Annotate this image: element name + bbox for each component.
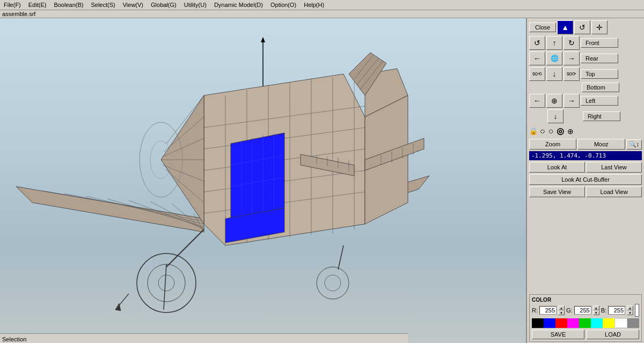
menu-bar: const menuData = JSON.parse(document.get…: [0, 0, 644, 10]
menu-item-edit[interactable]: Edit(E): [27, 1, 48, 9]
b-label: B:: [601, 307, 606, 314]
b-spinner[interactable]: ▲ ▼: [627, 305, 633, 315]
menu-item-utility[interactable]: Utility(U): [182, 1, 208, 9]
mooz-button[interactable]: Mooz: [577, 139, 625, 150]
nav-down-button[interactable]: ↓: [546, 67, 562, 81]
svg-point-52: [137, 253, 196, 312]
coords-text: -1.295, 1.474, -0.713: [531, 152, 606, 159]
circle3-icon: ◎: [557, 126, 564, 136]
save-view-button[interactable]: Save View: [529, 187, 585, 197]
coordinates-display: -1.295, 1.474, -0.713: [529, 151, 642, 160]
last-view-button[interactable]: Last View: [586, 162, 642, 173]
target-button[interactable]: ⊕: [546, 94, 562, 108]
palette-red[interactable]: [555, 318, 567, 328]
save-button[interactable]: SAVE: [532, 330, 584, 339]
color-palette[interactable]: [532, 318, 639, 328]
palette-cyan[interactable]: [591, 318, 603, 328]
b-spin-down[interactable]: ▼: [627, 310, 633, 315]
nav-row-2: ← 🌐 → Rear: [529, 51, 642, 65]
nav-up-button[interactable]: ↑: [546, 36, 562, 50]
r-label: R:: [532, 307, 538, 314]
right-panel: Close ▲ ↺ ✛ ↺ ↑ ↻ Front ← 🌐 → Rear 90⟲ ↓…: [526, 18, 644, 343]
nav-right2-button[interactable]: →: [564, 94, 580, 108]
menu-item-global[interactable]: Global(G): [149, 1, 178, 9]
color-preview: [635, 304, 639, 317]
circle1-icon: ○: [540, 126, 545, 136]
nav-left2-button[interactable]: ←: [529, 94, 545, 108]
nav-down2-button[interactable]: ↓: [547, 109, 564, 123]
menu-item-option[interactable]: Option(O): [269, 1, 298, 9]
menu-item-help[interactable]: Help(H): [302, 1, 326, 9]
filename-label: assemble.srf: [2, 11, 35, 17]
rotate-cw-button[interactable]: ↻: [564, 36, 580, 50]
zoom-icon-button[interactable]: 🔍↕: [626, 139, 642, 150]
look-at-cut-buffer-button[interactable]: Look At Cut-Buffer: [529, 174, 642, 185]
right-view-button[interactable]: Right: [583, 111, 620, 121]
r-spin-down[interactable]: ▼: [558, 310, 565, 315]
close-button[interactable]: Close: [529, 23, 556, 32]
menu-item-file[interactable]: File(F): [2, 1, 23, 9]
globe-button[interactable]: 🌐: [546, 51, 562, 65]
left-view-button[interactable]: Left: [581, 96, 618, 106]
nav-row-4: Bottom: [529, 83, 642, 92]
top-view-button[interactable]: Top: [581, 69, 618, 79]
save-load-view-row: Save View Load View: [529, 187, 642, 197]
airplane-model: [0, 18, 526, 343]
palette-gray[interactable]: [627, 318, 639, 328]
r-input[interactable]: [539, 306, 557, 315]
r-spin-up[interactable]: ▲: [558, 305, 565, 310]
svg-line-56: [164, 264, 166, 310]
palette-white[interactable]: [614, 318, 627, 328]
main-area: Selection Close ▲ ↺ ✛ ↺ ↑ ↻ Front ← 🌐 → …: [0, 18, 644, 343]
load-button[interactable]: LOAD: [587, 330, 639, 339]
r-spinner[interactable]: ▲ ▼: [558, 305, 565, 315]
crosshair-icon: ⊕: [567, 127, 574, 136]
look-at-button[interactable]: Look At: [529, 162, 585, 173]
b-input[interactable]: [608, 306, 625, 315]
svg-line-55: [166, 229, 204, 267]
color-rgb-row: R: ▲ ▼ G: ▲ ▼ B: ▲ ▼: [532, 304, 639, 317]
palette-green[interactable]: [579, 318, 591, 328]
palette-magenta[interactable]: [567, 318, 579, 328]
rot90-cw-button[interactable]: 90⟳: [564, 67, 580, 81]
rear-view-button[interactable]: Rear: [581, 54, 618, 63]
bottom-view-button[interactable]: Bottom: [582, 83, 619, 92]
nav-left-button[interactable]: ←: [529, 51, 545, 65]
status-text: Selection: [2, 336, 26, 342]
rot90-ccw-button[interactable]: 90⟲: [529, 67, 545, 81]
refresh-button[interactable]: ↺: [574, 20, 590, 34]
zoom-button[interactable]: Zoom: [529, 139, 576, 150]
load-view-button[interactable]: Load View: [586, 187, 642, 197]
color-section: COLOR R: ▲ ▼ G: ▲ ▼ B:: [529, 294, 642, 342]
nav-right-button[interactable]: →: [564, 51, 580, 65]
lock-icon: 🔒: [529, 127, 538, 135]
nav-row-6: ↓ Right: [529, 109, 642, 123]
menu-item-view[interactable]: View(V): [121, 1, 145, 9]
lock-icons-row: 🔒 ○ ○ ◎ ⊕: [529, 125, 642, 137]
save-load-row: SAVE LOAD: [532, 330, 639, 339]
g-label: G:: [566, 307, 573, 314]
palette-blue[interactable]: [544, 318, 555, 328]
svg-point-54: [158, 275, 174, 291]
svg-line-61: [338, 245, 343, 270]
menu-item-dynamic model[interactable]: Dynamic Model(D): [213, 1, 265, 9]
viewport[interactable]: Selection: [0, 18, 526, 343]
status-bar: Selection: [0, 333, 408, 343]
g-input[interactable]: [574, 306, 591, 315]
menu-item-boolean[interactable]: Boolean(B): [52, 1, 85, 9]
rotate-ccw-button[interactable]: ↺: [529, 36, 545, 50]
palette-yellow[interactable]: [603, 318, 614, 328]
look-row: Look At Last View: [529, 162, 642, 173]
view-up-button[interactable]: ▲: [557, 20, 573, 34]
b-spin-up[interactable]: ▲: [627, 305, 633, 310]
g-spin-up[interactable]: ▲: [593, 305, 599, 310]
svg-point-59: [317, 267, 349, 299]
move-button[interactable]: ✛: [591, 20, 608, 34]
menu-item-select[interactable]: Select(S): [89, 1, 116, 9]
nav-row-1: ↺ ↑ ↻ Front: [529, 36, 642, 50]
g-spinner[interactable]: ▲ ▼: [593, 305, 599, 315]
palette-black[interactable]: [532, 318, 544, 328]
front-view-button[interactable]: Front: [581, 38, 618, 48]
color-title: COLOR: [532, 297, 639, 303]
g-spin-down[interactable]: ▼: [593, 310, 599, 315]
